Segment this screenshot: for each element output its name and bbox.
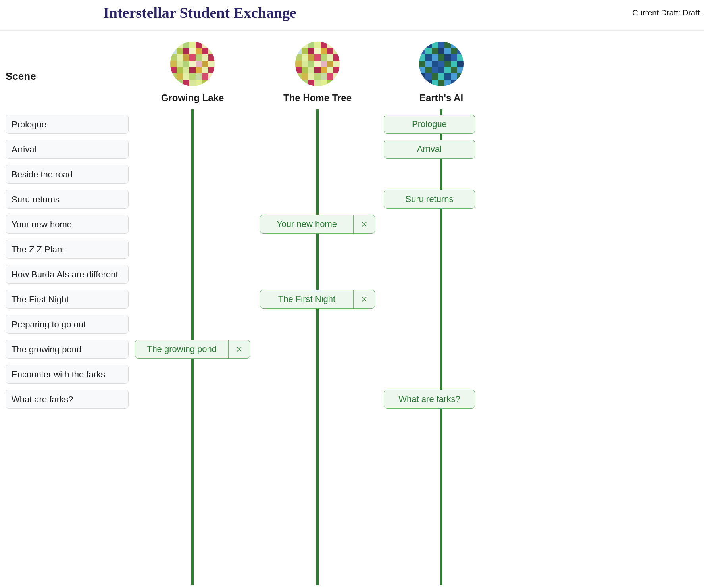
scene-column-header: Scene <box>6 70 36 83</box>
timeline-node[interactable]: What are farks? <box>384 390 475 409</box>
scene-list-item[interactable]: The growing pond <box>6 340 129 359</box>
timeline-line-home_tree <box>316 109 319 585</box>
character-header-home_tree: The Home Tree <box>260 42 375 104</box>
timeline-node-label: Prologue <box>384 115 475 133</box>
timeline-line-earths_ai <box>440 109 442 585</box>
scene-list-item[interactable]: Arrival <box>6 140 129 159</box>
timeline-node-label: The First Night <box>260 290 353 308</box>
timeline-node[interactable]: Arrival <box>384 140 475 159</box>
timeline-node[interactable]: Your new home <box>260 215 375 234</box>
timeline-node[interactable]: Prologue <box>384 115 475 134</box>
character-avatar-growing_lake <box>170 42 215 86</box>
close-icon[interactable] <box>353 290 375 308</box>
page-title: Interstellar Student Exchange <box>103 4 296 21</box>
character-name-home_tree: The Home Tree <box>260 92 375 104</box>
timeline-canvas: Scene Growing LakeThe Home TreeEarth's A… <box>0 31 704 586</box>
scene-list-item[interactable]: Your new home <box>6 215 129 234</box>
timeline-node[interactable]: The First Night <box>260 290 375 309</box>
timeline-node-label: Suru returns <box>384 190 475 208</box>
character-avatar-earths_ai <box>419 42 464 86</box>
character-avatar-home_tree <box>295 42 340 86</box>
scene-list-item[interactable]: The Z Z Plant <box>6 240 129 259</box>
timeline-node-label: What are farks? <box>384 390 475 408</box>
scene-list-item[interactable]: The First Night <box>6 290 129 309</box>
timeline-node[interactable]: Suru returns <box>384 190 475 209</box>
character-header-growing_lake: Growing Lake <box>135 42 250 104</box>
scene-list-item[interactable]: How Burda AIs are different <box>6 265 129 284</box>
timeline-node-label: Your new home <box>260 215 353 233</box>
close-icon[interactable] <box>353 215 375 233</box>
character-name-earths_ai: Earth's AI <box>384 92 499 104</box>
scene-list-item[interactable]: Prologue <box>6 115 129 134</box>
current-draft-label: Current Draft: Draft- <box>632 8 702 17</box>
character-name-growing_lake: Growing Lake <box>135 92 250 104</box>
scene-list-item[interactable]: Beside the road <box>6 165 129 184</box>
timeline-node-label: Arrival <box>384 140 475 158</box>
scene-list-item[interactable]: Suru returns <box>6 190 129 209</box>
scene-list-item[interactable]: Preparing to go out <box>6 315 129 334</box>
close-icon[interactable] <box>228 340 250 358</box>
scene-list-item[interactable]: Encounter with the farks <box>6 365 129 384</box>
timeline-node[interactable]: The growing pond <box>135 340 250 359</box>
topbar: Interstellar Student Exchange Current Dr… <box>0 0 704 31</box>
timeline-node-label: The growing pond <box>135 340 228 358</box>
character-header-earths_ai: Earth's AI <box>384 42 499 104</box>
scene-list-item[interactable]: What are farks? <box>6 390 129 409</box>
